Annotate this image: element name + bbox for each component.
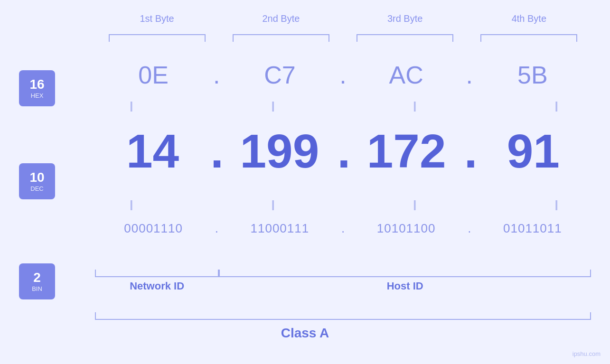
dec-dot-3: .: [464, 127, 476, 175]
hex-dot-1: .: [212, 61, 221, 89]
badges-column: 16 HEX 10 DEC 2 BIN: [19, 70, 55, 299]
dec-badge-label: DEC: [30, 185, 43, 192]
dec-byte-3: 172: [349, 127, 464, 175]
byte-label-4: 4th Byte: [467, 13, 591, 24]
bottom-brackets: [95, 270, 591, 277]
full-bottom-bracket: [95, 312, 591, 320]
host-id-bracket: [219, 270, 591, 277]
hex-dot-2: .: [338, 61, 348, 89]
byte-label-2: 2nd Byte: [219, 13, 343, 24]
dec-byte-4: 91: [476, 127, 591, 175]
hex-dot-3: .: [465, 61, 474, 89]
bin-byte-2: 11000111: [221, 221, 338, 236]
bin-badge-num: 2: [33, 271, 41, 285]
hex-badge-num: 16: [29, 77, 44, 92]
top-bracket-2: [219, 34, 343, 44]
hex-row: 0E . C7 . AC . 5B: [95, 61, 591, 89]
sep-2: ||: [237, 100, 308, 112]
watermark: ipshu.com: [572, 350, 601, 357]
byte-labels-row: 1st Byte 2nd Byte 3rd Byte 4th Byte: [95, 13, 591, 24]
sep-row-2: || || || ||: [95, 198, 591, 211]
dec-row: 14 . 199 . 172 . 91: [95, 127, 591, 175]
bin-byte-3: 10101100: [348, 221, 465, 236]
host-id-label: Host ID: [219, 280, 591, 292]
dec-byte-1: 14: [95, 127, 210, 175]
bin-byte-1: 00001110: [95, 221, 212, 236]
bin-dot-2: .: [338, 221, 348, 236]
sep-4: ||: [520, 100, 591, 112]
sep-3: ||: [378, 100, 449, 112]
bin-dot-3: .: [465, 221, 474, 236]
sep2-2: ||: [237, 198, 308, 211]
main-container: 1st Byte 2nd Byte 3rd Byte 4th Byte 16 H…: [0, 0, 610, 364]
sep2-4: ||: [520, 198, 591, 211]
bin-badge-label: BIN: [32, 285, 42, 292]
hex-badge-label: HEX: [31, 92, 44, 99]
bin-row: 00001110 . 11000111 . 10101100 . 0101101…: [95, 221, 591, 236]
sep-row-1: || || || ||: [95, 100, 591, 112]
hex-byte-3: AC: [348, 61, 465, 89]
dec-badge: 10 DEC: [19, 163, 55, 199]
hex-byte-2: C7: [221, 61, 338, 89]
top-bracket-1: [95, 34, 219, 44]
id-labels-row: Network ID Host ID: [95, 280, 591, 292]
top-bracket-4: [467, 34, 591, 44]
byte-label-3: 3rd Byte: [343, 13, 467, 24]
dec-byte-2: 199: [222, 127, 337, 175]
bin-dot-1: .: [212, 221, 221, 236]
top-brackets: [95, 34, 591, 44]
network-id-bracket: [95, 270, 219, 277]
bin-byte-4: 01011011: [474, 221, 591, 236]
dec-badge-num: 10: [29, 170, 44, 185]
dec-dot-1: .: [210, 127, 222, 175]
hex-byte-1: 0E: [95, 61, 212, 89]
network-id-label: Network ID: [95, 280, 219, 292]
hex-byte-4: 5B: [474, 61, 591, 89]
sep-1: ||: [95, 100, 166, 112]
sep2-3: ||: [378, 198, 449, 211]
class-label: Class A: [0, 326, 610, 341]
dec-dot-2: .: [338, 127, 349, 175]
hex-badge: 16 HEX: [19, 70, 55, 106]
byte-label-1: 1st Byte: [95, 13, 219, 24]
bin-badge: 2 BIN: [19, 263, 55, 299]
sep2-1: ||: [95, 198, 166, 211]
top-bracket-3: [343, 34, 467, 44]
